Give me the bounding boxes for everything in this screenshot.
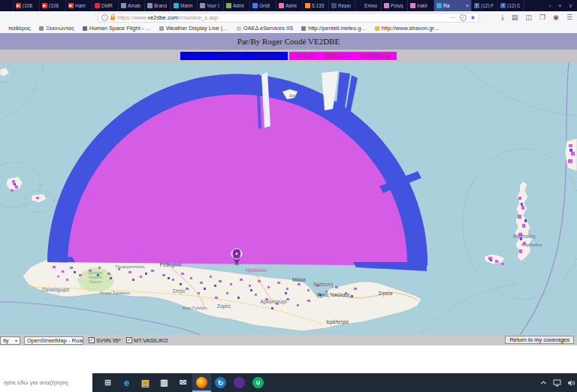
- bookmarks-bar: παθάρος Ξεκινώντας Human Space Flight - …: [0, 23, 577, 34]
- browser-tab[interactable]: Ra ×: [434, 0, 472, 11]
- tab-favicon: [410, 3, 415, 8]
- bookmark-favicon: [159, 26, 164, 31]
- blue-app-icon[interactable]: ↻: [211, 373, 230, 392]
- bookmark-item[interactable]: ΟΑΕΔ eServices IIS: [237, 25, 294, 32]
- downloads-icon[interactable]: ⤓: [501, 14, 504, 22]
- bookmark-item[interactable]: http://www.stravon.gr…: [375, 25, 440, 32]
- browser-tab[interactable]: ets: [0, 0, 14, 11]
- browser-tab[interactable]: BrandM: [145, 0, 171, 11]
- tab-scroll-right-icon[interactable]: ›: [548, 2, 551, 10]
- tab-favicon: [200, 3, 205, 8]
- layer-select[interactable]: ity ▾: [0, 336, 20, 345]
- tab-favicon: [358, 3, 363, 8]
- menu-icon[interactable]: ☰: [566, 14, 572, 21]
- legend-weak-signal: 0.22 μV 29119 km² 243900 pop: [180, 52, 288, 60]
- chevron-down-icon: ▾: [15, 338, 17, 343]
- tab-title: Επικοιν: [364, 3, 377, 8]
- tab-title: Gridt: [259, 3, 272, 8]
- basemap-select[interactable]: OpenStreetMap - Road ▾: [24, 336, 83, 345]
- browser-tab[interactable]: Repea: [329, 0, 355, 11]
- purple-app-icon[interactable]: [230, 373, 249, 392]
- tab-title: (106: [49, 3, 62, 8]
- browser-tab[interactable]: ▶ Ham: [66, 0, 92, 11]
- bookmark-item[interactable]: http://penteli.meteo.g…: [301, 25, 367, 32]
- sidebar-icon[interactable]: ◫: [525, 14, 532, 21]
- bookmark-label: http://www.stravon.gr…: [382, 25, 440, 32]
- tab-favicon: [252, 3, 258, 8]
- list-all-tabs-icon[interactable]: ˅: [569, 2, 572, 10]
- browser-tab[interactable]: f (12) F: [472, 0, 498, 11]
- map-controls-bar: ity ▾ OpenStreetMap - Road ▾ ✓ SV9N 95* …: [0, 335, 577, 345]
- tab-favicon: [331, 3, 337, 8]
- return-to-coverages-button[interactable]: Return to my coverages: [505, 336, 574, 344]
- browser-tab[interactable]: Admi: [276, 0, 303, 11]
- tab-favicon: [437, 3, 442, 8]
- checkbox-checked-icon[interactable]: ✓: [89, 337, 95, 343]
- tab-favicon: [95, 3, 100, 8]
- tab-title: DMR: [101, 3, 114, 8]
- new-tab-button[interactable]: +: [557, 2, 561, 10]
- browser-tab[interactable]: Admi: [224, 0, 250, 11]
- tab-favicon: f: [500, 3, 506, 8]
- page-info-icon[interactable]: i: [101, 14, 108, 21]
- bookmark-favicon: [301, 26, 306, 31]
- coverage-checkbox-2[interactable]: ✓ MT.VASILIKO: [126, 337, 168, 344]
- tab-favicon: [174, 3, 179, 8]
- coverage-map[interactable]: [0, 62, 577, 335]
- tab-favicon: ▶: [68, 3, 74, 8]
- library-icon[interactable]: ▤: [512, 14, 518, 21]
- volume-icon[interactable]: [567, 379, 575, 387]
- browser-tab[interactable]: 5.135: [303, 0, 329, 11]
- task-view-icon[interactable]: ⊞: [98, 373, 117, 392]
- browser-tab[interactable]: Marin: [171, 0, 198, 11]
- system-tray: [540, 379, 577, 387]
- tab-title: Ham: [75, 3, 88, 8]
- green-app-icon[interactable]: ∪: [249, 373, 267, 392]
- coverage-checkbox-1[interactable]: ✓ SV9N 95*: [89, 337, 121, 344]
- bookmark-item[interactable]: παθάρος: [2, 25, 31, 32]
- coverage-map-svg: [0, 62, 577, 335]
- screenshots-icon[interactable]: ❐: [539, 14, 545, 21]
- extensions-icon[interactable]: ◉: [553, 14, 559, 21]
- tab-favicon: [279, 3, 284, 8]
- browser-tab[interactable]: f (12) D: [498, 0, 524, 11]
- bookmark-item[interactable]: Human Space Flight - …: [83, 25, 151, 32]
- url-bar[interactable]: i https://www.ve2dbe.com/rmonline_s.asp …: [98, 13, 479, 23]
- windows-taskbar: ⊞ e ▤ ▥ ✉: [0, 373, 577, 392]
- tab-title: BrandM: [154, 3, 167, 8]
- browser-tab[interactable]: Επικοιν: [355, 0, 382, 11]
- browser-tab[interactable]: Gridt: [250, 0, 276, 11]
- checkbox-checked-icon[interactable]: ✓: [126, 337, 132, 343]
- firefox-icon[interactable]: [192, 373, 211, 392]
- browser-tab[interactable]: Your Sho: [198, 0, 224, 11]
- tab-title: Admi: [285, 3, 298, 8]
- page-bottom-whitespace: [0, 345, 577, 373]
- tab-title: Repea: [338, 3, 351, 8]
- bookmark-star-icon[interactable]: ★: [470, 14, 476, 21]
- bookmark-item[interactable]: Weather Display Live (…: [159, 25, 228, 32]
- taskbar-search-input[interactable]: [0, 373, 92, 392]
- file-explorer-icon[interactable]: ▤: [136, 373, 155, 392]
- mail-icon[interactable]: ✉: [174, 373, 192, 392]
- bookmark-item[interactable]: Ξεκινώντας: [39, 25, 74, 32]
- lock-icon[interactable]: [110, 17, 115, 20]
- page-actions-icon[interactable]: ⋯: [450, 14, 456, 21]
- store-icon[interactable]: ▥: [155, 373, 174, 392]
- edge-icon[interactable]: e: [117, 373, 136, 392]
- browser-tab[interactable]: ▶ (106: [40, 0, 66, 11]
- browser-tab[interactable]: ▶ (106: [14, 0, 40, 11]
- tray-chevron-up-icon[interactable]: [540, 379, 547, 386]
- tab-favicon: f: [474, 3, 479, 8]
- browser-tab[interactable]: Polyg: [382, 0, 408, 11]
- browser-tab[interactable]: Irakli: [408, 0, 434, 11]
- browser-tab[interactable]: DMR: [92, 0, 119, 11]
- shield-icon[interactable]: ✔: [460, 14, 467, 21]
- tab-close-icon[interactable]: ×: [466, 3, 469, 8]
- tab-title: (12) F: [481, 3, 494, 8]
- tab-title: Your Sho: [207, 3, 219, 8]
- bookmark-label: Weather Display Live (…: [166, 25, 228, 32]
- tab-favicon: [121, 3, 126, 8]
- browser-tab[interactable]: Amateu: [119, 0, 145, 11]
- network-icon[interactable]: [553, 379, 561, 387]
- tab-title: Amateu: [128, 3, 140, 8]
